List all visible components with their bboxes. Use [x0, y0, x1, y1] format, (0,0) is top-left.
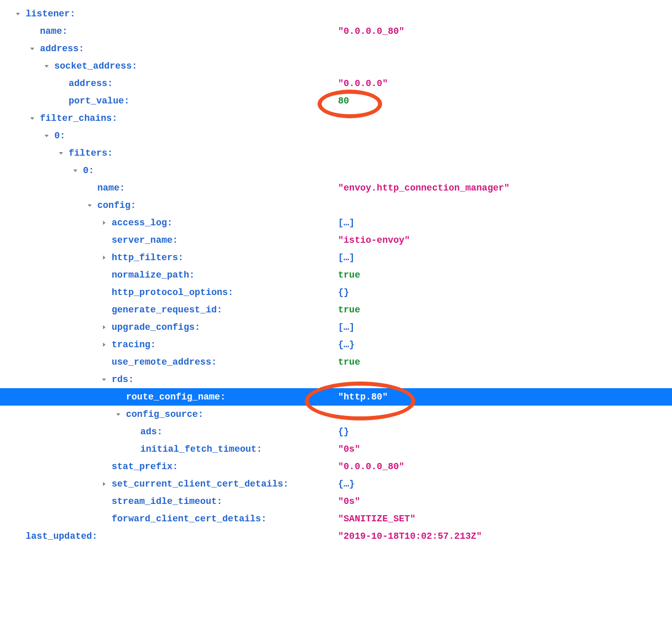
- tree-value: […]: [338, 319, 354, 336]
- tree-row[interactable]: http_protocol_options:{}: [15, 284, 672, 301]
- tree-row[interactable]: server_name:"istio-envoy": [15, 231, 672, 249]
- tree-key: socket_address:: [54, 57, 137, 75]
- tree-key: 0:: [54, 127, 66, 144]
- collapse-icon[interactable]: [101, 255, 109, 260]
- tree-key: config:: [97, 197, 136, 214]
- tree-key: upgrade_configs:: [112, 319, 200, 336]
- tree-row[interactable]: port_value:80: [15, 92, 672, 110]
- tree-row[interactable]: config_source:: [15, 406, 672, 423]
- tree-row[interactable]: 0:: [15, 127, 672, 144]
- tree-row[interactable]: socket_address:: [15, 57, 672, 75]
- tree-key: rds:: [112, 371, 134, 388]
- tree-value: […]: [338, 214, 354, 231]
- tree-key: initial_fetch_timeout:: [140, 440, 262, 458]
- tree-value: {}: [338, 423, 349, 440]
- tree-value: "0.0.0.0": [338, 75, 388, 92]
- expand-icon[interactable]: [30, 116, 37, 121]
- tree-row[interactable]: stream_idle_timeout:"0s": [15, 493, 672, 510]
- expand-icon[interactable]: [87, 203, 94, 208]
- tree-value: "istio-envoy": [338, 231, 410, 249]
- tree-key: tracing:: [112, 336, 156, 353]
- tree-value: "0s": [338, 493, 360, 510]
- tree-value: "http.80": [338, 388, 388, 406]
- expand-icon[interactable]: [58, 151, 66, 156]
- tree-row[interactable]: ads:{}: [15, 423, 672, 440]
- tree-key: filters:: [69, 144, 113, 162]
- tree-value: "0s": [338, 440, 360, 458]
- json-tree-viewer: listener:name:"0.0.0.0_80"address:socket…: [15, 5, 672, 545]
- tree-value: "SANITIZE_SET": [338, 510, 415, 528]
- tree-key: filter_chains:: [40, 110, 117, 127]
- tree-key: last_updated:: [26, 528, 97, 545]
- tree-key: address:: [40, 40, 84, 57]
- tree-value: {…}: [338, 336, 354, 353]
- tree-row[interactable]: generate_request_id:true: [15, 301, 672, 319]
- tree-key: set_current_client_cert_details:: [112, 475, 289, 493]
- tree-key: forward_client_cert_details:: [112, 510, 266, 528]
- tree-row[interactable]: normalize_path:true: [15, 266, 672, 284]
- tree-row[interactable]: rds:: [15, 371, 672, 388]
- tree-key: config_source:: [126, 406, 203, 423]
- collapse-icon[interactable]: [101, 342, 109, 347]
- expand-icon[interactable]: [44, 64, 51, 69]
- tree-row[interactable]: http_filters:[…]: [15, 249, 672, 266]
- tree-key: http_filters:: [112, 249, 183, 266]
- collapse-icon[interactable]: [101, 325, 109, 330]
- tree-value: "0.0.0.0_80": [338, 458, 405, 475]
- tree-key: port_value:: [69, 92, 130, 110]
- expand-icon[interactable]: [30, 46, 37, 51]
- tree-key: route_config_name:: [126, 388, 225, 406]
- tree-value: "2019-10-18T10:02:57.213Z": [338, 528, 482, 545]
- tree-value: true: [338, 301, 360, 319]
- tree-row[interactable]: access_log:[…]: [15, 214, 672, 231]
- collapse-icon[interactable]: [101, 220, 109, 225]
- tree-row[interactable]: address:: [15, 40, 672, 57]
- tree-key: access_log:: [112, 214, 173, 231]
- tree-row[interactable]: name:"envoy.http_connection_manager": [15, 179, 672, 197]
- tree-key: 0:: [83, 162, 94, 179]
- tree-key: stream_idle_timeout:: [112, 493, 222, 510]
- tree-key: normalize_path:: [112, 266, 195, 284]
- tree-key: generate_request_id:: [112, 301, 222, 319]
- tree-row[interactable]: address:"0.0.0.0": [15, 75, 672, 92]
- tree-value: true: [338, 353, 360, 371]
- tree-key: listener:: [26, 5, 75, 23]
- tree-row[interactable]: filters:: [15, 144, 672, 162]
- tree-row[interactable]: set_current_client_cert_details:{…}: [15, 475, 672, 493]
- tree-row[interactable]: use_remote_address:true: [15, 353, 672, 371]
- tree-row[interactable]: route_config_name:"http.80": [0, 388, 672, 406]
- tree-key: name:: [40, 23, 68, 40]
- tree-row[interactable]: listener:: [15, 5, 672, 23]
- tree-key: server_name:: [112, 231, 178, 249]
- expand-icon[interactable]: [15, 11, 23, 16]
- tree-value: {…}: [338, 475, 354, 493]
- tree-value: "envoy.http_connection_manager": [338, 179, 510, 197]
- tree-key: name:: [97, 179, 125, 197]
- tree-value: {}: [338, 284, 349, 301]
- tree-row[interactable]: forward_client_cert_details:"SANITIZE_SE…: [15, 510, 672, 528]
- tree-value: 80: [338, 92, 349, 110]
- tree-key: use_remote_address:: [112, 353, 217, 371]
- tree-row[interactable]: last_updated:"2019-10-18T10:02:57.213Z": [15, 528, 672, 545]
- tree-row[interactable]: stat_prefix:"0.0.0.0_80": [15, 458, 672, 475]
- tree-row[interactable]: initial_fetch_timeout:"0s": [15, 440, 672, 458]
- tree-row[interactable]: tracing:{…}: [15, 336, 672, 353]
- tree-key: ads:: [140, 423, 162, 440]
- expand-icon[interactable]: [116, 412, 123, 417]
- tree-value: […]: [338, 249, 354, 266]
- collapse-icon[interactable]: [101, 481, 109, 487]
- tree-value: "0.0.0.0_80": [338, 23, 405, 40]
- tree-row[interactable]: config:: [15, 197, 672, 214]
- expand-icon[interactable]: [101, 377, 109, 382]
- tree-value: true: [338, 266, 360, 284]
- expand-icon[interactable]: [44, 133, 51, 138]
- tree-key: http_protocol_options:: [112, 284, 234, 301]
- tree-row[interactable]: name:"0.0.0.0_80": [15, 23, 672, 40]
- tree-key: address:: [69, 75, 113, 92]
- tree-key: stat_prefix:: [112, 458, 178, 475]
- tree-row[interactable]: 0:: [15, 162, 672, 179]
- expand-icon[interactable]: [73, 168, 80, 173]
- tree-row[interactable]: upgrade_configs:[…]: [15, 319, 672, 336]
- tree-row[interactable]: filter_chains:: [15, 110, 672, 127]
